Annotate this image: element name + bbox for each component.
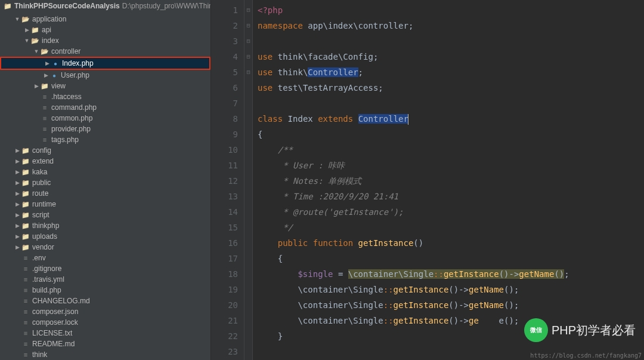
tree-label: kaka bbox=[32, 168, 47, 176]
tree-toggle-icon[interactable]: ▶ bbox=[14, 190, 20, 196]
tree-toggle-icon[interactable]: ▶ bbox=[14, 233, 20, 239]
tree-toggle-icon[interactable]: ▶ bbox=[33, 83, 39, 89]
file-icon bbox=[21, 340, 30, 348]
tree-node-command-php[interactable]: command.php bbox=[0, 102, 210, 113]
code-line[interactable]: use test\TestArrayAccess; bbox=[258, 80, 644, 96]
tree-toggle-icon[interactable]: ▶ bbox=[14, 201, 20, 207]
tree-label: LICENSE.txt bbox=[32, 329, 72, 337]
folder-icon bbox=[41, 82, 49, 90]
tree-toggle-icon[interactable]: ▶ bbox=[14, 147, 20, 153]
tree-node-index-php[interactable]: ▶Index.php bbox=[1, 58, 209, 69]
code-line[interactable]: /** bbox=[258, 142, 644, 158]
tree-node-composer-json[interactable]: composer.json bbox=[0, 306, 210, 317]
tree-node-composer-lock[interactable]: composer.lock bbox=[0, 317, 210, 328]
tree-node-script[interactable]: ▶script bbox=[0, 210, 210, 220]
tree-node-runtime[interactable]: ▶runtime bbox=[0, 199, 210, 210]
tree-node-route[interactable]: ▶route bbox=[0, 188, 210, 199]
tree-node--env[interactable]: .env bbox=[0, 253, 210, 263]
tree-node-user-php[interactable]: ▶User.php bbox=[0, 70, 210, 81]
tree-node-readme-md[interactable]: README.md bbox=[0, 339, 210, 349]
fold-toggle-icon[interactable]: ⊟ bbox=[244, 33, 252, 49]
fold-toggle-icon[interactable]: ⊟ bbox=[244, 2, 252, 18]
tree-label: Index.php bbox=[62, 59, 94, 67]
tree-node-config[interactable]: ▶config bbox=[0, 145, 210, 156]
tree-node-provider-php[interactable]: provider.php bbox=[0, 124, 210, 134]
tree-label: composer.lock bbox=[32, 318, 78, 327]
tree-toggle-icon[interactable]: ▶ bbox=[43, 72, 49, 78]
tree-node-api[interactable]: ▶api bbox=[0, 24, 210, 35]
tree-node--gitignore[interactable]: .gitignore bbox=[0, 263, 210, 274]
code-line[interactable]: */ bbox=[258, 220, 644, 235]
tree-toggle-icon[interactable]: ▼ bbox=[14, 16, 20, 22]
code-line[interactable]: namespace app\index\controller; bbox=[258, 18, 644, 33]
code-line[interactable]: $single = \container\Single::getInstance… bbox=[258, 266, 644, 282]
footer-url: https://blog.csdn.net/fangkang7 bbox=[530, 352, 642, 359]
tree-toggle-icon[interactable]: ▼ bbox=[33, 48, 39, 54]
fold-column[interactable]: ⊟⊟⊟⊟⊟ bbox=[244, 0, 253, 360]
tree-node-uploads[interactable]: ▶uploads bbox=[0, 231, 210, 242]
code-line[interactable]: <?php bbox=[258, 2, 644, 18]
tree-node--travis-yml[interactable]: .travis.yml bbox=[0, 274, 210, 285]
tree-toggle-icon[interactable]: ▼ bbox=[24, 38, 30, 44]
code-line[interactable]: use think\Controller; bbox=[258, 64, 644, 80]
code-line[interactable]: public function getInstance() bbox=[258, 235, 644, 251]
tree-node-build-php[interactable]: build.php bbox=[0, 285, 210, 296]
code-line[interactable]: * @route('getInstance'); bbox=[258, 204, 644, 220]
tree-node-application[interactable]: ▼application bbox=[0, 14, 210, 24]
tree-node--htaccess[interactable]: .htaccess bbox=[0, 91, 210, 102]
tree-label: runtime bbox=[32, 200, 56, 208]
tree-node-thinkphp[interactable]: ▶thinkphp bbox=[0, 220, 210, 231]
code-line[interactable]: \container\Single::getInstance()->getNam… bbox=[258, 297, 644, 313]
tree-node-extend[interactable]: ▶extend bbox=[0, 156, 210, 167]
tree-label: application bbox=[32, 15, 66, 23]
line-number: 16 bbox=[211, 235, 238, 251]
tree-node-changelog-md[interactable]: CHANGELOG.md bbox=[0, 296, 210, 306]
tree-label: .travis.yml bbox=[32, 275, 64, 284]
tree-label: tags.php bbox=[51, 136, 79, 144]
code-line[interactable] bbox=[258, 33, 644, 49]
tree-toggle-icon[interactable]: ▶ bbox=[14, 169, 20, 175]
code-line[interactable]: * User : 咔咔 bbox=[258, 158, 644, 173]
line-number: 21 bbox=[211, 313, 238, 328]
folder-icon bbox=[21, 232, 30, 241]
line-number: 9 bbox=[211, 127, 238, 142]
fold-toggle-icon[interactable]: ⊟ bbox=[244, 18, 252, 33]
line-number: 7 bbox=[211, 96, 238, 111]
code-line[interactable]: { bbox=[258, 251, 644, 266]
tree-toggle-icon[interactable]: ▶ bbox=[44, 60, 50, 66]
code-line[interactable]: \container\Single::getInstance()->getNam… bbox=[258, 282, 644, 297]
php-icon bbox=[50, 71, 58, 79]
code-line[interactable] bbox=[258, 96, 644, 111]
tree-toggle-icon[interactable]: ▶ bbox=[14, 244, 20, 250]
file-icon bbox=[21, 264, 30, 273]
fold-toggle-icon[interactable]: ⊟ bbox=[244, 64, 252, 80]
tree-toggle-icon[interactable]: ▶ bbox=[14, 180, 20, 186]
tree-toggle-icon[interactable]: ▶ bbox=[24, 27, 30, 33]
tree-node-kaka[interactable]: ▶kaka bbox=[0, 167, 210, 177]
folder-icon bbox=[21, 243, 30, 251]
fold-toggle-icon[interactable]: ⊟ bbox=[244, 49, 252, 64]
tree-node-vendor[interactable]: ▶vendor bbox=[0, 242, 210, 253]
tree-node-tags-php[interactable]: tags.php bbox=[0, 134, 210, 145]
tree-toggle-icon[interactable]: ▶ bbox=[14, 223, 20, 229]
project-tree[interactable]: ▼application▶api▼index▼controller▶Index.… bbox=[0, 13, 210, 360]
code-editor[interactable]: 1234567891011121314151617181920212223 ⊟⊟… bbox=[211, 0, 644, 360]
tree-node-controller[interactable]: ▼controller bbox=[0, 46, 210, 57]
code-line[interactable]: { bbox=[258, 127, 644, 142]
line-number: 12 bbox=[211, 173, 238, 189]
tree-node-view[interactable]: ▶view bbox=[0, 81, 210, 91]
code-area[interactable]: <?phpnamespace app\index\controller;use … bbox=[253, 0, 644, 360]
tree-node-common-php[interactable]: common.php bbox=[0, 113, 210, 124]
code-line[interactable]: class Index extends Controller bbox=[258, 111, 644, 127]
tree-label: User.php bbox=[61, 71, 89, 79]
tree-node-public[interactable]: ▶public bbox=[0, 177, 210, 188]
tree-node-license-txt[interactable]: LICENSE.txt bbox=[0, 328, 210, 339]
tree-node-think[interactable]: think bbox=[0, 349, 210, 360]
folder-icon bbox=[21, 200, 30, 208]
tree-toggle-icon[interactable]: ▶ bbox=[14, 212, 20, 218]
tree-toggle-icon[interactable]: ▶ bbox=[14, 158, 20, 164]
code-line[interactable]: * Notes: 单例模式 bbox=[258, 173, 644, 189]
code-line[interactable]: * Time :2020/9/20 21:41 bbox=[258, 189, 644, 204]
code-line[interactable]: use think\facade\Config; bbox=[258, 49, 644, 64]
tree-node-index[interactable]: ▼index bbox=[0, 35, 210, 46]
